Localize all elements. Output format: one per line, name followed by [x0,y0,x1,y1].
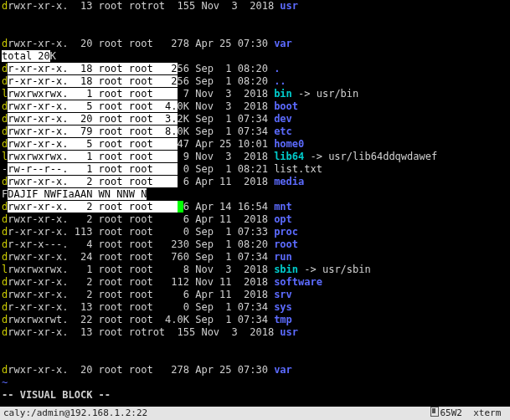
terminal-line [2,25,437,38]
terminal-line: drwxrwxrwt. 22 root root 4.0K Sep 1 07:3… [2,314,437,326]
status-bar: caly:/admin@192.168.1.2:22 65W2 xterm [0,407,510,420]
terminal-line: lrwxrwxrwx. 1 root root 7 Nov 3 2018 bin… [2,88,437,100]
terminal-line: drwxr-xr-x. 2 root root 6 Apr 11 2018 sr… [2,289,437,301]
status-left: caly:/admin@192.168.1.2:22 [3,407,147,420]
terminal-line: dr-xr-xr-x. 113 root root 0 Sep 1 07:33 … [2,226,437,238]
terminal-line: drwxr-xr-x. 2 root root 6 Apr 14 16:54 m… [2,201,437,213]
terminal-line: drwxr-xr-x. 5 root root 47 Apr 25 10:01 … [2,138,437,151]
terminal-line: drwxr-xr-x. 5 root root 4.0K Nov 3 2018 … [2,100,437,113]
terminal-line [2,339,437,351]
terminal-line: drwxr-xr-x. 79 root root 8.0K Sep 1 07:3… [2,125,437,138]
terminal-line: drwxr-xr-x. 20 root root 3.2K Sep 1 07:3… [2,113,437,125]
terminal-line: lrwxrwxrwx. 1 root root 8 Nov 3 2018 sbi… [2,264,437,276]
terminal-line: -rw-r--r--. 1 root root 0 Sep 1 08:21 li… [2,163,437,176]
terminal-output[interactable]: drwxr-xr-x. 13 root rotrot 155 Nov 3 201… [0,0,439,402]
terminal-line: drwxr-xr-x. 20 root root 278 Apr 25 07:3… [2,38,437,50]
terminal-line: drwxr-xr-x. 2 root root 112 Nov 11 2018 … [2,276,437,289]
terminal-line: dr-xr-xr-x. 18 root root 256 Sep 1 08:20… [2,75,437,88]
terminal-line: drwxr-xr-x. 13 root rotrot 155 Nov 3 201… [2,326,437,339]
terminal-line: drwxr-xr-x. 20 root root 278 Apr 25 07:3… [2,364,437,376]
terminal-line: lrwxrwxrwx. 1 root root 9 Nov 3 2018 lib… [2,151,437,163]
terminal-line: ~ [2,376,437,389]
terminal-line: drwxr-xr-x. 2 root root 6 Apr 11 2018 op… [2,213,437,226]
terminal-line: dr-xr-x---. 4 root root 230 Sep 1 08:20 … [2,238,437,251]
terminal-line [2,13,437,25]
status-right: 65W2 xterm [430,407,507,420]
terminal-line [2,351,437,364]
terminal-line: drwxr-xr-x. 13 root rotrot 155 Nov 3 201… [2,0,437,13]
terminal-line: dr-xr-xr-x. 18 root root 256 Sep 1 08:20… [2,63,437,75]
vim-mode-line: -- VISUAL BLOCK -- [2,389,437,402]
terminal-line: FDAJIF NWFIaAAN WN NNW N [2,188,437,201]
terminal-line: drwxr-xr-x. 24 root root 760 Sep 1 07:34… [2,251,437,264]
encoding-icon [430,407,439,417]
terminal-line: dr-xr-xr-x. 13 root root 0 Sep 1 07:34 s… [2,301,437,314]
terminal-line: drwxr-xr-x. 2 root root 6 Apr 11 2018 me… [2,176,437,188]
terminal-line: total 20K [2,50,437,63]
